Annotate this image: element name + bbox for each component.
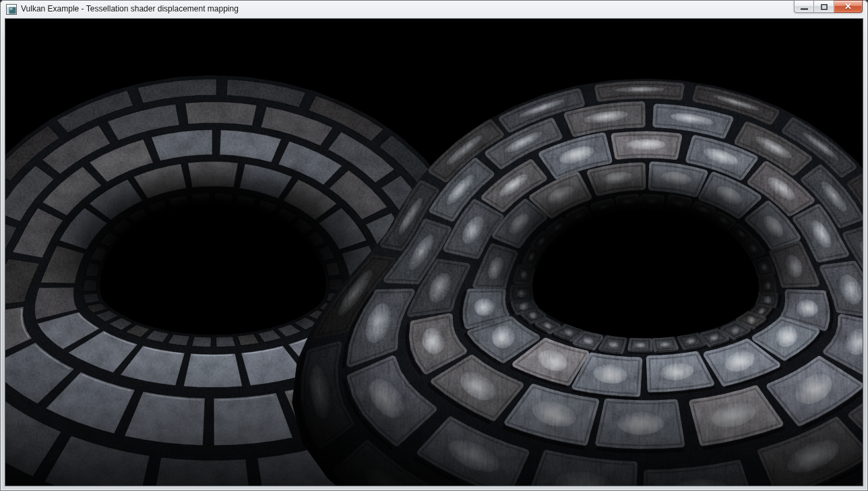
vulkan-example-window: Vulkan Example - Tessellation shader dis… bbox=[0, 0, 868, 491]
minimize-button[interactable] bbox=[794, 0, 814, 13]
maximize-icon bbox=[821, 4, 828, 10]
close-button[interactable]: ✕ bbox=[834, 0, 863, 13]
vulkan-3d-viewport[interactable] bbox=[5, 19, 863, 486]
titlebar[interactable]: Vulkan Example - Tessellation shader dis… bbox=[0, 0, 868, 19]
app-icon bbox=[6, 4, 17, 15]
bottom-shadow-fade bbox=[5, 356, 863, 486]
tessellation-scene bbox=[5, 19, 863, 486]
window-controls: ✕ bbox=[794, 0, 863, 13]
minimize-icon bbox=[801, 8, 808, 10]
maximize-button[interactable] bbox=[814, 0, 834, 13]
window-title: Vulkan Example - Tessellation shader dis… bbox=[21, 4, 239, 15]
close-icon: ✕ bbox=[844, 2, 852, 11]
